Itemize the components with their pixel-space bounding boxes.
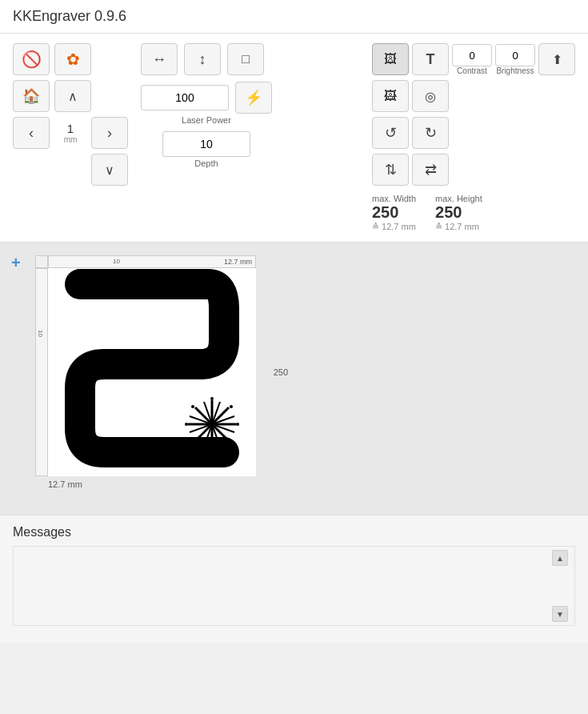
move-h-button[interactable]: ↔ [141, 43, 178, 75]
drawing-area: 250 [48, 268, 256, 476]
canvas-bottom-label: 12.7 mm [48, 476, 256, 489]
preview-canvas[interactable] [48, 268, 256, 476]
move-v-button[interactable]: ↕ [184, 43, 221, 75]
messages-content: ▲ ▼ [13, 546, 575, 626]
upload-button[interactable]: ⬆ [538, 43, 575, 75]
contrast-group: 0 Contrast [452, 44, 492, 75]
left-icon: ‹ [29, 125, 34, 142]
invert-button[interactable]: 🖼 [372, 80, 409, 112]
fan-button[interactable]: ✿ [54, 43, 91, 75]
max-width-label: max. Width [372, 194, 416, 203]
contrast-label: Contrast [457, 66, 487, 75]
step-unit: mm [64, 135, 78, 144]
laser-power-input[interactable]: 100 [141, 85, 229, 110]
scroll-down-button[interactable]: ▼ [552, 606, 568, 622]
right-icon: › [107, 125, 112, 142]
controls-area: 🚫 ✿ 🏠 ∧ ‹ 1 [0, 34, 588, 243]
ruler-top-label: 12.7 mm [224, 258, 252, 266]
down-icon: ∨ [105, 162, 114, 178]
title-bar: KKEngraver 0.9.6 [0, 0, 588, 34]
left-controls: 🚫 ✿ 🏠 ∧ ‹ 1 [13, 43, 128, 186]
max-height-label: max. Height [435, 194, 482, 203]
max-height-group: max. Height 250 ≙ 12.7 mm [435, 194, 482, 232]
svg-point-15 [230, 405, 233, 408]
home-row: 🏠 ∧ [13, 80, 128, 112]
svg-point-10 [236, 423, 239, 426]
scroll-up-button[interactable]: ▲ [552, 550, 568, 566]
canvas-main-row: 10 [35, 268, 256, 476]
left-button[interactable]: ‹ [13, 117, 50, 149]
rotate-ccw-button[interactable]: ↺ [372, 117, 409, 149]
depth-label: Depth [194, 158, 218, 168]
messages-title: Messages [13, 525, 575, 540]
step-row: ‹ 1 mm › [13, 117, 128, 149]
stop-button[interactable]: 🚫 [13, 43, 50, 75]
right-controls: 🖼 T 0 Contrast 0 Brightness ⬆ 🖼 ◎ ↺ [372, 43, 575, 232]
laser-row: 100 ⚡ [141, 82, 272, 114]
max-height-sub: ≙ 12.7 mm [435, 222, 482, 232]
brightness-input[interactable]: 0 [495, 44, 535, 66]
svg-point-13 [191, 405, 194, 408]
frame-button[interactable]: □ [227, 43, 264, 75]
canvas-wrapper: 10 12.7 mm 10 [35, 255, 256, 489]
max-width-sub: ≙ 12.7 mm [372, 222, 416, 232]
app-container: KKEngraver 0.9.6 🚫 ✿ 🏠 ∧ [0, 0, 588, 643]
depth-input[interactable]: 10 [162, 131, 250, 157]
home-button[interactable]: 🏠 [13, 80, 50, 112]
laser-power-container: 100 ⚡ Laser Power [141, 82, 272, 125]
flip-v-button[interactable]: ⇅ [372, 154, 409, 186]
max-width-group: max. Width 250 ≙ 12.7 mm [372, 194, 416, 232]
zoom-plus-button[interactable]: + [11, 254, 21, 272]
up-icon: ∧ [68, 89, 78, 104]
home-icon: 🏠 [22, 87, 40, 105]
svg-point-14 [230, 440, 233, 443]
crosshair-button[interactable]: ◎ [412, 80, 449, 112]
step-value: 1 [54, 122, 86, 135]
svg-point-16 [191, 440, 194, 443]
text-mode-button[interactable]: T [412, 43, 449, 75]
depth-container: 10 Depth [141, 131, 272, 168]
max-dimensions: max. Width 250 ≙ 12.7 mm max. Height 250… [372, 194, 575, 232]
svg-point-12 [210, 448, 214, 451]
fan-icon: ✿ [66, 50, 80, 69]
max-width-value: 250 [372, 203, 416, 222]
max-height-value: 250 [435, 203, 482, 222]
top-btn-row: 🚫 ✿ [13, 43, 128, 75]
ruler-horizontal: 10 12.7 mm [48, 255, 256, 268]
ruler-v-num: 10 [37, 330, 44, 337]
rotate-cw-button[interactable]: ↻ [412, 117, 449, 149]
canvas-right-label: 250 [274, 367, 288, 377]
laser-flash-button[interactable]: ⚡ [235, 82, 272, 114]
right-button[interactable]: › [91, 117, 128, 149]
app-title: KKEngraver 0.9.6 [13, 8, 575, 25]
contrast-input[interactable]: 0 [452, 44, 492, 66]
brightness-label: Brightness [496, 66, 534, 75]
image-mode-button[interactable]: 🖼 [372, 43, 409, 75]
ruler-top-row: 10 12.7 mm [35, 255, 256, 268]
ruler-h-num: 10 [113, 258, 120, 265]
svg-point-11 [210, 397, 214, 400]
svg-point-9 [185, 423, 188, 426]
ruler-vertical: 10 [35, 268, 48, 476]
stop-icon: 🚫 [22, 50, 42, 69]
flip-h-button[interactable]: ⇄ [412, 154, 449, 186]
messages-area: Messages ▲ ▼ [0, 515, 588, 643]
up-button[interactable]: ∧ [54, 80, 91, 112]
move-row: ↔ ↕ □ [141, 43, 272, 75]
middle-controls: ↔ ↕ □ 100 ⚡ Laser Power 10 Depth [141, 43, 272, 168]
brightness-group: 0 Brightness [495, 44, 535, 75]
ruler-corner [35, 255, 48, 268]
down-button[interactable]: ∨ [91, 154, 128, 186]
laser-power-label: Laser Power [182, 115, 231, 125]
down-row: ∨ [13, 154, 128, 186]
canvas-area: + 10 12.7 mm 10 [0, 243, 588, 515]
